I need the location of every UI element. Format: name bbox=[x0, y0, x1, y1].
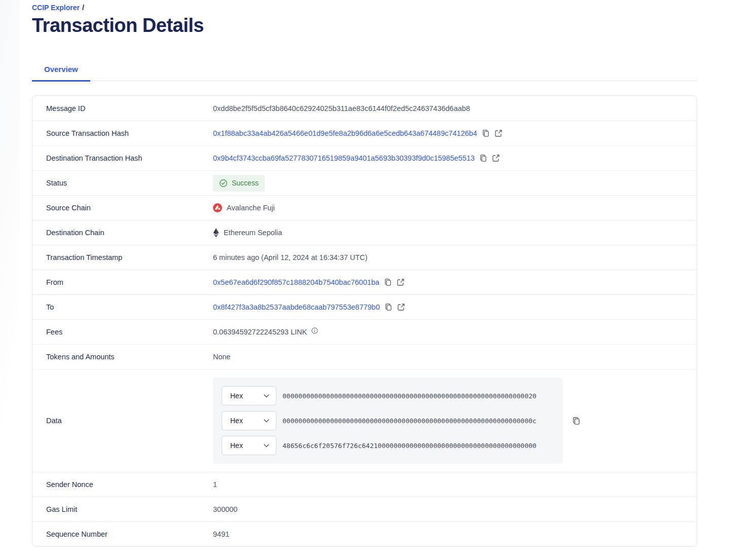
chevron-down-icon bbox=[264, 444, 269, 447]
message-id-value: 0xdd8be2f5f5d5cf3b8640c62924025b311ae83c… bbox=[213, 104, 697, 113]
tab-bar: Overview bbox=[32, 60, 697, 81]
table-row-sequence-number: Sequence Number 9491 bbox=[32, 521, 697, 546]
gas-limit-text: 300000 bbox=[213, 505, 237, 513]
row-label: Data bbox=[32, 417, 213, 425]
data-line: Hex 000000000000000000000000000000000000… bbox=[222, 386, 563, 405]
check-circle-icon bbox=[219, 179, 228, 188]
info-icon[interactable] bbox=[311, 327, 318, 334]
external-link-icon[interactable] bbox=[397, 278, 405, 286]
transaction-details-card: Message ID 0xdd8be2f5f5d5cf3b8640c629240… bbox=[32, 95, 697, 547]
copy-icon[interactable] bbox=[482, 129, 490, 137]
table-row-source-chain: Source Chain Avalanche Fuji bbox=[32, 195, 697, 220]
row-label: Tokens and Amounts bbox=[32, 353, 213, 361]
breadcrumb-link-ccip-explorer[interactable]: CCIP Explorer bbox=[32, 4, 80, 12]
row-label: Sender Nonce bbox=[32, 480, 213, 489]
row-label: Destination Chain bbox=[32, 229, 213, 237]
background-artifact bbox=[0, 0, 19, 426]
source-chain-name: Avalanche Fuji bbox=[227, 204, 275, 212]
table-row-gas-limit: Gas Limit 300000 bbox=[32, 497, 697, 521]
row-label: Gas Limit bbox=[32, 505, 213, 513]
data-format-value: Hex bbox=[230, 441, 243, 450]
data-format-value: Hex bbox=[230, 417, 243, 425]
data-line: Hex 48656c6c6f20576f726c6421000000000000… bbox=[222, 436, 563, 455]
row-label: Transaction Timestamp bbox=[32, 253, 213, 262]
avalanche-icon bbox=[213, 203, 222, 212]
data-line: Hex 000000000000000000000000000000000000… bbox=[222, 411, 563, 430]
sequence-number-text: 9491 bbox=[213, 530, 229, 538]
table-row-to: To 0x8f427f3a3a8b2537aabde68caab797553e8… bbox=[32, 294, 697, 319]
data-hex-value: 0000000000000000000000000000000000000000… bbox=[282, 417, 537, 425]
page-title: Transaction Details bbox=[32, 15, 697, 36]
data-hex-value: 0000000000000000000000000000000000000000… bbox=[282, 392, 537, 400]
table-row-sender-nonce: Sender Nonce 1 bbox=[32, 472, 697, 497]
copy-icon[interactable] bbox=[572, 417, 581, 425]
table-row-dest-tx-hash: Destination Transaction Hash 0x9b4cf3743… bbox=[32, 145, 697, 170]
status-badge: Success bbox=[213, 175, 265, 192]
row-label: Fees bbox=[32, 328, 213, 336]
page-container: CCIP Explorer/ Transaction Details Overv… bbox=[32, 0, 697, 547]
table-row-source-tx-hash: Source Transaction Hash 0x1f88abc33a4ab4… bbox=[32, 121, 697, 145]
source-chain-value: Avalanche Fuji bbox=[213, 203, 275, 212]
tokens-text: None bbox=[213, 353, 231, 361]
fees-text: 0.06394592722245293 LINK bbox=[213, 328, 307, 336]
row-label: Source Transaction Hash bbox=[32, 129, 213, 137]
table-row-status: Status Success bbox=[32, 170, 697, 195]
from-address-link[interactable]: 0x5e67ea6d6f290f857c1888204b7540bac76001… bbox=[213, 278, 379, 286]
table-row-tokens: Tokens and Amounts None bbox=[32, 344, 697, 369]
data-hex-box: Hex 000000000000000000000000000000000000… bbox=[213, 378, 563, 464]
breadcrumb: CCIP Explorer/ bbox=[32, 0, 697, 12]
dest-chain-value: Ethereum Sepolia bbox=[213, 228, 282, 238]
external-link-icon[interactable] bbox=[494, 129, 503, 137]
row-label: Destination Transaction Hash bbox=[32, 154, 213, 162]
data-format-select[interactable]: Hex bbox=[222, 436, 276, 455]
row-label: Status bbox=[32, 179, 213, 187]
sender-nonce-text: 1 bbox=[213, 480, 217, 489]
dest-chain-name: Ethereum Sepolia bbox=[224, 229, 282, 237]
message-id-text: 0xdd8be2f5f5d5cf3b8640c62924025b311ae83c… bbox=[213, 104, 470, 113]
tab-overview[interactable]: Overview bbox=[32, 60, 90, 82]
timestamp-text: 6 minutes ago (April 12, 2024 at 16:34:3… bbox=[213, 253, 368, 262]
external-link-icon[interactable] bbox=[397, 303, 405, 311]
copy-icon[interactable] bbox=[479, 154, 487, 162]
table-row-from: From 0x5e67ea6d6f290f857c1888204b7540bac… bbox=[32, 270, 697, 294]
row-label: To bbox=[32, 303, 213, 311]
row-label: Message ID bbox=[32, 104, 213, 113]
row-label: Source Chain bbox=[32, 204, 213, 212]
data-format-value: Hex bbox=[230, 392, 243, 400]
row-label: Sequence Number bbox=[32, 530, 213, 538]
table-row-timestamp: Transaction Timestamp 6 minutes ago (Apr… bbox=[32, 245, 697, 270]
data-format-select[interactable]: Hex bbox=[222, 386, 276, 405]
ethereum-icon bbox=[213, 228, 219, 238]
external-link-icon[interactable] bbox=[492, 154, 500, 162]
to-address-link[interactable]: 0x8f427f3a3a8b2537aabde68caab797553e8779… bbox=[213, 303, 380, 311]
source-tx-hash-link[interactable]: 0x1f88abc33a4ab426a5466e01d9e5fe8a2b96d6… bbox=[213, 129, 477, 137]
copy-icon[interactable] bbox=[384, 278, 392, 286]
row-label: From bbox=[32, 278, 213, 286]
breadcrumb-separator: / bbox=[82, 4, 84, 12]
data-hex-value: 48656c6c6f20576f726c64210000000000000000… bbox=[282, 442, 537, 450]
table-row-fees: Fees 0.06394592722245293 LINK bbox=[32, 319, 697, 344]
table-row-dest-chain: Destination Chain Ethereum Sepolia bbox=[32, 220, 697, 245]
chevron-down-icon bbox=[264, 419, 269, 423]
data-format-select[interactable]: Hex bbox=[222, 411, 276, 430]
copy-icon[interactable] bbox=[384, 303, 392, 311]
table-row-message-id: Message ID 0xdd8be2f5f5d5cf3b8640c629240… bbox=[32, 96, 697, 121]
table-row-data: Data Hex 0000000000000000000000000000000… bbox=[32, 369, 697, 472]
chevron-down-icon bbox=[264, 394, 269, 398]
dest-tx-hash-link[interactable]: 0x9b4cf3743ccba69fa5277830716519859a9401… bbox=[213, 154, 475, 162]
status-text: Success bbox=[232, 179, 259, 187]
